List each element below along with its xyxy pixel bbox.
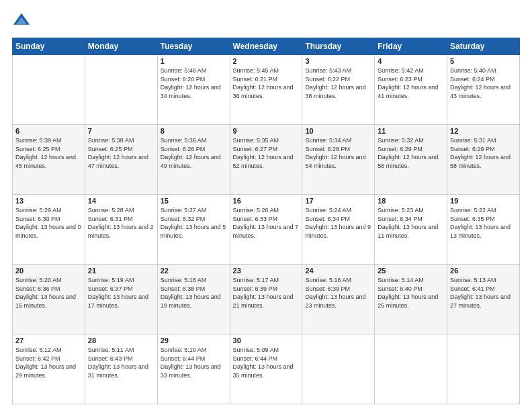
day-info: Sunrise: 5:43 AM Sunset: 6:22 PM Dayligh… <box>305 66 371 100</box>
day-number: 22 <box>161 267 227 275</box>
day-of-week-header: Sunday <box>13 38 85 55</box>
day-info: Sunrise: 5:40 AM Sunset: 6:24 PM Dayligh… <box>450 66 517 100</box>
calendar-cell: 28Sunrise: 5:11 AM Sunset: 6:43 PM Dayli… <box>85 334 157 404</box>
calendar-cell: 26Sunrise: 5:13 AM Sunset: 6:41 PM Dayli… <box>447 265 520 334</box>
calendar-cell: 3Sunrise: 5:43 AM Sunset: 6:22 PM Daylig… <box>302 55 375 125</box>
calendar-cell: 23Sunrise: 5:17 AM Sunset: 6:39 PM Dayli… <box>230 265 302 334</box>
day-number: 2 <box>233 57 300 65</box>
day-of-week-header: Monday <box>85 38 157 55</box>
calendar-cell <box>375 334 447 404</box>
calendar-cell: 10Sunrise: 5:34 AM Sunset: 6:28 PM Dayli… <box>302 125 375 195</box>
day-number: 20 <box>15 267 82 275</box>
day-number: 19 <box>450 197 517 205</box>
day-number: 28 <box>88 336 154 345</box>
day-info: Sunrise: 5:46 AM Sunset: 6:20 PM Dayligh… <box>161 66 227 100</box>
day-number: 30 <box>233 336 300 345</box>
calendar-week-row: 13Sunrise: 5:29 AM Sunset: 6:30 PM Dayli… <box>13 195 520 265</box>
day-number: 23 <box>233 267 300 275</box>
calendar-cell: 14Sunrise: 5:28 AM Sunset: 6:31 PM Dayli… <box>85 195 157 265</box>
day-number: 14 <box>88 197 154 205</box>
day-number: 18 <box>378 197 444 205</box>
day-number: 12 <box>450 127 517 135</box>
day-number: 5 <box>450 57 517 65</box>
calendar-cell: 24Sunrise: 5:16 AM Sunset: 6:39 PM Dayli… <box>302 265 375 334</box>
day-number: 21 <box>88 267 154 275</box>
calendar-cell: 18Sunrise: 5:23 AM Sunset: 6:34 PM Dayli… <box>375 195 447 265</box>
day-of-week-header: Friday <box>375 38 447 55</box>
day-info: Sunrise: 5:39 AM Sunset: 6:25 PM Dayligh… <box>15 136 82 170</box>
day-of-week-header: Saturday <box>447 38 520 55</box>
calendar-cell <box>447 334 520 404</box>
day-of-week-header: Thursday <box>302 38 375 55</box>
day-info: Sunrise: 5:16 AM Sunset: 6:39 PM Dayligh… <box>305 276 371 310</box>
day-number: 25 <box>378 267 444 275</box>
day-info: Sunrise: 5:09 AM Sunset: 6:44 PM Dayligh… <box>233 346 300 379</box>
calendar-week-row: 27Sunrise: 5:12 AM Sunset: 6:42 PM Dayli… <box>13 334 520 404</box>
calendar-cell: 30Sunrise: 5:09 AM Sunset: 6:44 PM Dayli… <box>230 334 302 404</box>
day-number: 13 <box>15 197 82 205</box>
day-info: Sunrise: 5:13 AM Sunset: 6:41 PM Dayligh… <box>450 276 517 310</box>
day-info: Sunrise: 5:11 AM Sunset: 6:43 PM Dayligh… <box>88 346 154 379</box>
calendar-cell: 22Sunrise: 5:18 AM Sunset: 6:38 PM Dayli… <box>157 265 230 334</box>
day-info: Sunrise: 5:42 AM Sunset: 6:23 PM Dayligh… <box>378 66 444 100</box>
day-number: 1 <box>161 57 227 65</box>
day-number: 15 <box>161 197 227 205</box>
calendar-cell: 29Sunrise: 5:10 AM Sunset: 6:44 PM Dayli… <box>157 334 230 404</box>
calendar-week-row: 20Sunrise: 5:20 AM Sunset: 6:36 PM Dayli… <box>13 265 520 334</box>
calendar-header-row: SundayMondayTuesdayWednesdayThursdayFrid… <box>13 38 520 55</box>
day-number: 7 <box>88 127 154 135</box>
calendar-cell: 17Sunrise: 5:24 AM Sunset: 6:34 PM Dayli… <box>302 195 375 265</box>
day-info: Sunrise: 5:35 AM Sunset: 6:27 PM Dayligh… <box>233 136 300 170</box>
day-info: Sunrise: 5:26 AM Sunset: 6:33 PM Dayligh… <box>233 206 300 240</box>
calendar-cell <box>302 334 375 404</box>
day-number: 16 <box>233 197 300 205</box>
day-info: Sunrise: 5:38 AM Sunset: 6:25 PM Dayligh… <box>88 136 154 170</box>
day-number: 9 <box>233 127 300 135</box>
calendar-cell: 5Sunrise: 5:40 AM Sunset: 6:24 PM Daylig… <box>447 55 520 125</box>
calendar-week-row: 6Sunrise: 5:39 AM Sunset: 6:25 PM Daylig… <box>13 125 520 195</box>
day-number: 10 <box>305 127 371 135</box>
calendar-cell: 25Sunrise: 5:14 AM Sunset: 6:40 PM Dayli… <box>375 265 447 334</box>
day-number: 17 <box>305 197 371 205</box>
day-number: 6 <box>15 127 82 135</box>
logo-icon <box>12 12 31 31</box>
calendar-cell: 15Sunrise: 5:27 AM Sunset: 6:32 PM Dayli… <box>157 195 230 265</box>
day-info: Sunrise: 5:23 AM Sunset: 6:34 PM Dayligh… <box>378 206 444 240</box>
day-info: Sunrise: 5:29 AM Sunset: 6:30 PM Dayligh… <box>15 206 82 240</box>
day-info: Sunrise: 5:20 AM Sunset: 6:36 PM Dayligh… <box>15 276 82 310</box>
day-number: 29 <box>161 336 227 345</box>
calendar-cell: 20Sunrise: 5:20 AM Sunset: 6:36 PM Dayli… <box>13 265 85 334</box>
day-number: 3 <box>305 57 371 65</box>
calendar-cell <box>85 55 157 125</box>
calendar-cell: 12Sunrise: 5:31 AM Sunset: 6:29 PM Dayli… <box>447 125 520 195</box>
day-info: Sunrise: 5:32 AM Sunset: 6:29 PM Dayligh… <box>378 136 444 170</box>
day-info: Sunrise: 5:14 AM Sunset: 6:40 PM Dayligh… <box>378 276 444 310</box>
day-number: 4 <box>378 57 444 65</box>
calendar-table: SundayMondayTuesdayWednesdayThursdayFrid… <box>12 38 520 404</box>
day-info: Sunrise: 5:31 AM Sunset: 6:29 PM Dayligh… <box>450 136 517 170</box>
day-info: Sunrise: 5:24 AM Sunset: 6:34 PM Dayligh… <box>305 206 371 240</box>
header <box>12 12 520 31</box>
day-number: 26 <box>450 267 517 275</box>
day-of-week-header: Tuesday <box>157 38 230 55</box>
calendar-cell: 11Sunrise: 5:32 AM Sunset: 6:29 PM Dayli… <box>375 125 447 195</box>
day-info: Sunrise: 5:28 AM Sunset: 6:31 PM Dayligh… <box>88 206 154 240</box>
day-info: Sunrise: 5:45 AM Sunset: 6:21 PM Dayligh… <box>233 66 300 100</box>
logo <box>12 12 34 31</box>
calendar-cell <box>13 55 85 125</box>
day-info: Sunrise: 5:12 AM Sunset: 6:42 PM Dayligh… <box>15 346 82 379</box>
calendar-page: SundayMondayTuesdayWednesdayThursdayFrid… <box>0 0 532 411</box>
calendar-cell: 21Sunrise: 5:19 AM Sunset: 6:37 PM Dayli… <box>85 265 157 334</box>
calendar-cell: 4Sunrise: 5:42 AM Sunset: 6:23 PM Daylig… <box>375 55 447 125</box>
calendar-cell: 13Sunrise: 5:29 AM Sunset: 6:30 PM Dayli… <box>13 195 85 265</box>
day-info: Sunrise: 5:34 AM Sunset: 6:28 PM Dayligh… <box>305 136 371 170</box>
calendar-week-row: 1Sunrise: 5:46 AM Sunset: 6:20 PM Daylig… <box>13 55 520 125</box>
day-info: Sunrise: 5:27 AM Sunset: 6:32 PM Dayligh… <box>161 206 227 240</box>
day-info: Sunrise: 5:22 AM Sunset: 6:35 PM Dayligh… <box>450 206 517 240</box>
calendar-cell: 6Sunrise: 5:39 AM Sunset: 6:25 PM Daylig… <box>13 125 85 195</box>
day-info: Sunrise: 5:19 AM Sunset: 6:37 PM Dayligh… <box>88 276 154 310</box>
day-number: 11 <box>378 127 444 135</box>
calendar-cell: 9Sunrise: 5:35 AM Sunset: 6:27 PM Daylig… <box>230 125 302 195</box>
day-of-week-header: Wednesday <box>230 38 302 55</box>
calendar-cell: 16Sunrise: 5:26 AM Sunset: 6:33 PM Dayli… <box>230 195 302 265</box>
